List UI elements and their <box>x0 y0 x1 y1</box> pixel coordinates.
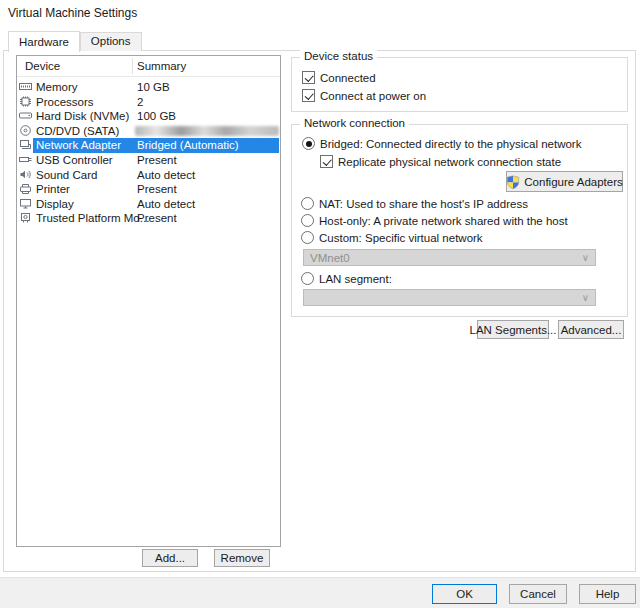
chevron-down-icon: ∨ <box>582 293 589 303</box>
custom-network-dropdown[interactable]: VMnet0 ∨ <box>303 249 596 266</box>
device-name: Processors <box>36 95 94 110</box>
device-row[interactable]: DisplayAuto detect <box>17 197 280 212</box>
host-only-radio[interactable] <box>301 214 314 227</box>
host-only-radio-row[interactable]: Host-only: A private network shared with… <box>301 214 568 227</box>
connected-checkbox-row[interactable]: Connected <box>302 71 376 84</box>
host-only-label: Host-only: A private network shared with… <box>319 215 568 227</box>
device-row[interactable]: Trusted Platform Mo...Present <box>17 211 280 226</box>
device-status-group: Device status Connected Connect at power… <box>291 57 628 112</box>
processor-icon <box>19 96 33 108</box>
device-summary: Auto detect <box>137 168 195 183</box>
remove-device-button[interactable]: Remove <box>214 549 270 567</box>
device-row[interactable]: Memory10 GB <box>17 80 280 95</box>
device-row[interactable]: Network AdapterBridged (Automatic) <box>17 138 280 153</box>
memory-icon <box>19 81 33 93</box>
nat-label: NAT: Used to share the host's IP address <box>319 198 528 210</box>
device-name: Sound Card <box>36 168 97 183</box>
lan-segment-dropdown[interactable]: ∨ <box>303 289 596 306</box>
device-name: Network Adapter <box>36 138 121 153</box>
bridged-radio[interactable] <box>302 137 315 150</box>
virtual-machine-settings-dialog: Virtual Machine Settings Hardware Option… <box>0 0 640 608</box>
sound-icon <box>19 169 33 181</box>
replicate-checkbox[interactable] <box>320 155 333 168</box>
device-list-header: Device Summary <box>17 56 280 77</box>
hard-disk-icon <box>19 110 33 122</box>
device-summary: 2 <box>137 95 143 110</box>
lan-segment-radio-row[interactable]: LAN segment: <box>301 272 392 285</box>
ok-button[interactable]: OK <box>432 584 497 604</box>
cd-dvd-icon <box>19 125 33 137</box>
chevron-down-icon: ∨ <box>582 253 589 263</box>
device-summary: Present <box>137 211 177 226</box>
usb-icon <box>19 154 33 166</box>
device-summary: Bridged (Automatic) <box>137 138 239 153</box>
device-row[interactable]: CD/DVD (SATA) <box>17 124 280 139</box>
device-list-rows: Memory10 GBProcessors2Hard Disk (NVMe)10… <box>17 77 280 226</box>
lan-segment-label: LAN segment: <box>319 273 392 285</box>
display-icon <box>19 198 33 210</box>
lan-segment-radio[interactable] <box>301 272 314 285</box>
device-name: Trusted Platform Mo... <box>36 211 149 226</box>
configure-adapters-label: Configure Adapters <box>524 176 622 188</box>
device-summary: Present <box>137 153 177 168</box>
cancel-button[interactable]: Cancel <box>509 584 567 604</box>
device-name: USB Controller <box>36 153 113 168</box>
device-summary: Auto detect <box>137 197 195 212</box>
connect-at-power-on-label: Connect at power on <box>320 90 426 102</box>
custom-radio-row[interactable]: Custom: Specific virtual network <box>301 231 483 244</box>
connected-label: Connected <box>320 72 376 84</box>
device-name: CD/DVD (SATA) <box>36 124 119 139</box>
connected-checkbox[interactable] <box>302 71 315 84</box>
printer-icon <box>19 183 33 195</box>
device-row[interactable]: USB ControllerPresent <box>17 153 280 168</box>
connect-at-power-on-checkbox-row[interactable]: Connect at power on <box>302 89 426 102</box>
column-header-device: Device <box>25 60 60 72</box>
column-header-summary: Summary <box>137 60 186 72</box>
device-name: Display <box>36 197 74 212</box>
device-row[interactable]: PrinterPresent <box>17 182 280 197</box>
custom-label: Custom: Specific virtual network <box>319 232 483 244</box>
tab-options[interactable]: Options <box>80 32 142 51</box>
nat-radio-row[interactable]: NAT: Used to share the host's IP address <box>301 197 528 210</box>
tpm-icon <box>19 212 33 224</box>
device-row[interactable]: Hard Disk (NVMe)100 GB <box>17 109 280 124</box>
network-connection-group-title: Network connection <box>300 117 409 129</box>
add-device-button[interactable]: Add... <box>142 549 198 567</box>
bridged-radio-row[interactable]: Bridged: Connected directly to the physi… <box>302 137 581 150</box>
column-divider <box>132 58 133 74</box>
device-status-group-title: Device status <box>300 50 377 62</box>
help-button[interactable]: Help <box>579 584 636 604</box>
redacted-summary <box>135 126 279 136</box>
device-name: Hard Disk (NVMe) <box>36 109 129 124</box>
device-row[interactable]: Sound CardAuto detect <box>17 168 280 183</box>
custom-network-value: VMnet0 <box>310 252 582 264</box>
device-list: Device Summary Memory10 GBProcessors2Har… <box>16 55 281 547</box>
device-summary: Present <box>137 182 177 197</box>
configure-adapters-button[interactable]: Configure Adapters <box>506 171 623 192</box>
device-summary: 10 GB <box>137 80 170 95</box>
tab-hardware[interactable]: Hardware <box>8 31 80 52</box>
connect-at-power-on-checkbox[interactable] <box>302 89 315 102</box>
replicate-checkbox-row[interactable]: Replicate physical network connection st… <box>320 155 561 168</box>
uac-shield-icon <box>506 175 520 189</box>
network-adapter-icon <box>19 139 33 151</box>
device-name: Memory <box>36 80 78 95</box>
device-row[interactable]: Processors2 <box>17 95 280 110</box>
dialog-title: Virtual Machine Settings <box>8 6 137 20</box>
custom-radio[interactable] <box>301 231 314 244</box>
advanced-button[interactable]: Advanced... <box>558 320 624 339</box>
nat-radio[interactable] <box>301 197 314 210</box>
tabstrip: Hardware Options <box>8 31 142 52</box>
replicate-label: Replicate physical network connection st… <box>338 156 561 168</box>
device-summary: 100 GB <box>137 109 176 124</box>
device-name: Printer <box>36 182 70 197</box>
lan-segments-button[interactable]: LAN Segments... <box>477 320 549 339</box>
bridged-label: Bridged: Connected directly to the physi… <box>320 138 581 150</box>
